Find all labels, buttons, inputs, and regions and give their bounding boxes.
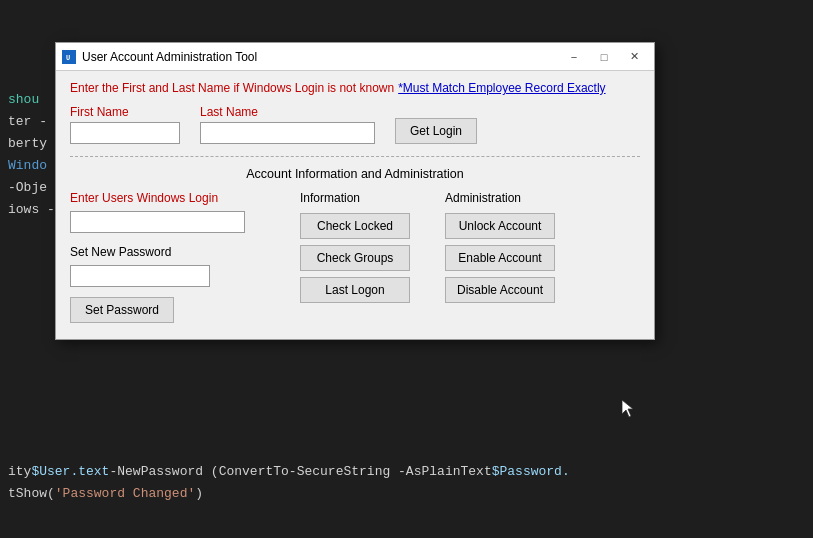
- last-name-group: Last Name: [200, 105, 375, 144]
- windows-login-group: Enter Users Windows Login: [70, 191, 300, 245]
- dialog-window: U User Account Administration Tool − □ ✕…: [55, 42, 655, 340]
- new-password-group: Set New Password: [70, 245, 300, 287]
- dialog-title: User Account Administration Tool: [82, 50, 257, 64]
- first-name-input[interactable]: [70, 122, 180, 144]
- title-bar-left: U User Account Administration Tool: [62, 50, 257, 64]
- first-name-label: First Name: [70, 105, 180, 119]
- first-name-group: First Name: [70, 105, 180, 144]
- maximize-button[interactable]: □: [590, 47, 618, 67]
- check-locked-button[interactable]: Check Locked: [300, 213, 410, 239]
- account-body: Enter Users Windows Login Set New Passwo…: [70, 191, 640, 323]
- unlock-account-button[interactable]: Unlock Account: [445, 213, 555, 239]
- name-row: First Name Last Name Get Login: [70, 105, 640, 144]
- last-logon-button[interactable]: Last Logon: [300, 277, 410, 303]
- get-login-button[interactable]: Get Login: [395, 118, 477, 144]
- new-password-label: Set New Password: [70, 245, 300, 259]
- title-bar-controls: − □ ✕: [560, 47, 648, 67]
- account-section-title: Account Information and Administration: [70, 167, 640, 181]
- admin-column-title: Administration: [445, 191, 590, 205]
- disable-account-button[interactable]: Disable Account: [445, 277, 555, 303]
- svg-text:U: U: [66, 54, 70, 62]
- info-column: Information Check Locked Check Groups La…: [300, 191, 445, 323]
- instruction-note: *Must Match Employee Record Exactly: [398, 81, 605, 95]
- close-button[interactable]: ✕: [620, 47, 648, 67]
- admin-column: Administration Unlock Account Enable Acc…: [445, 191, 590, 323]
- instruction-row: Enter the First and Last Name if Windows…: [70, 81, 640, 95]
- app-icon: U: [62, 50, 76, 64]
- instruction-text: Enter the First and Last Name if Windows…: [70, 81, 394, 95]
- windows-login-input[interactable]: [70, 211, 245, 233]
- new-password-input[interactable]: [70, 265, 210, 287]
- section-divider: [70, 156, 640, 157]
- set-password-button[interactable]: Set Password: [70, 297, 174, 323]
- last-name-label: Last Name: [200, 105, 375, 119]
- last-name-input[interactable]: [200, 122, 375, 144]
- info-column-title: Information: [300, 191, 445, 205]
- dialog-content: Enter the First and Last Name if Windows…: [56, 71, 654, 339]
- enable-account-button[interactable]: Enable Account: [445, 245, 555, 271]
- windows-login-label: Enter Users Windows Login: [70, 191, 300, 205]
- check-groups-button[interactable]: Check Groups: [300, 245, 410, 271]
- minimize-button[interactable]: −: [560, 47, 588, 67]
- account-left: Enter Users Windows Login Set New Passwo…: [70, 191, 300, 323]
- title-bar: U User Account Administration Tool − □ ✕: [56, 43, 654, 71]
